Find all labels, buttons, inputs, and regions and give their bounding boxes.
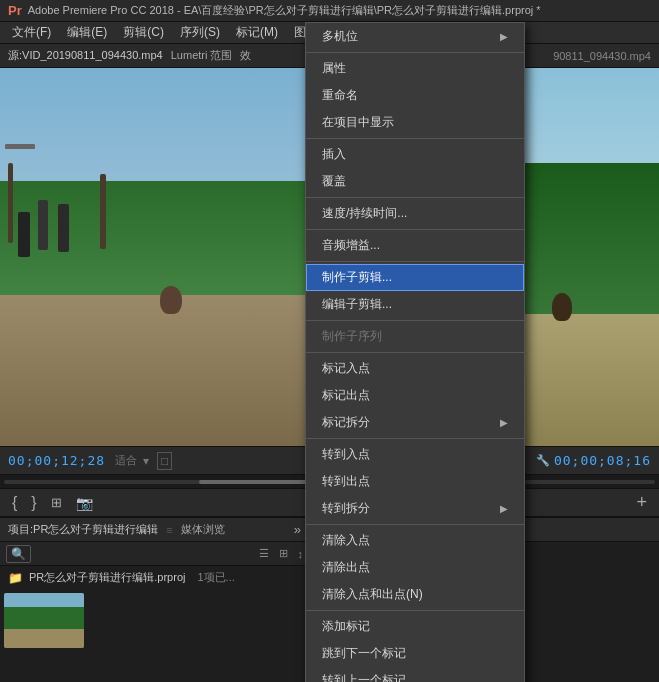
mark-out-btn[interactable]: }: [27, 492, 40, 514]
project-title: 项目:PR怎么对子剪辑进行编辑: [8, 522, 158, 537]
ctx-overwrite[interactable]: 覆盖: [306, 168, 524, 195]
ctx-goto-split[interactable]: 转到拆分 ▶: [306, 495, 524, 522]
submenu-arrow-2: ▶: [500, 417, 508, 428]
project-content: 📁 PR怎么对子剪辑进行编辑.prproj 1项已...: [0, 566, 309, 682]
effect-label[interactable]: 效: [240, 48, 251, 63]
ctx-sep-4: [306, 229, 524, 230]
thumbnail-item[interactable]: [4, 593, 84, 648]
ctx-make-subclip[interactable]: 制作子剪辑...: [306, 264, 524, 291]
add-to-sequence-btn[interactable]: ⊞: [47, 493, 66, 512]
safe-area-btn[interactable]: □: [157, 452, 172, 470]
ctx-mark-in[interactable]: 标记入点: [306, 355, 524, 382]
grid-view-icon[interactable]: ⊞: [279, 547, 288, 560]
wrench-icon[interactable]: 🔧: [536, 454, 550, 467]
ctx-goto-in[interactable]: 转到入点: [306, 441, 524, 468]
program-timecode: 00;00;08;16: [554, 453, 651, 468]
ctx-clear-inout[interactable]: 清除入点和出点(N): [306, 581, 524, 608]
source-monitor-header: 源:VID_20190811_094430.mp4 Lumetri 范围 效: [0, 44, 309, 68]
project-thumbnail-area: [0, 589, 309, 682]
ctx-properties[interactable]: 属性: [306, 55, 524, 82]
ctx-add-marker[interactable]: 添加标记: [306, 613, 524, 640]
camera-icon[interactable]: 📷: [72, 493, 97, 513]
list-view-icon[interactable]: ☰: [259, 547, 269, 560]
media-browser-tab[interactable]: 媒体浏览: [181, 522, 225, 537]
folder-icon: 📁: [8, 571, 23, 585]
adobe-pr-icon: Pr: [8, 3, 22, 18]
submenu-arrow: ▶: [500, 31, 508, 42]
right-source-label: 90811_094430.mp4: [553, 50, 651, 62]
menu-clip[interactable]: 剪辑(C): [115, 22, 172, 43]
context-menu[interactable]: 多机位 ▶ 属性 重命名 在项目中显示 插入 覆盖 速度/持续时间... 音频增…: [305, 22, 525, 682]
ctx-sep-6: [306, 320, 524, 321]
project-panel-toolbar: 🔍 ☰ ⊞ ↕: [0, 542, 309, 566]
ctx-rename[interactable]: 重命名: [306, 82, 524, 109]
ctx-make-subsequence: 制作子序列: [306, 323, 524, 350]
ctx-sep-9: [306, 524, 524, 525]
ctx-insert[interactable]: 插入: [306, 141, 524, 168]
ctx-audio-gain[interactable]: 音频增益...: [306, 232, 524, 259]
menu-edit[interactable]: 编辑(E): [59, 22, 115, 43]
fit-dropdown-icon[interactable]: ▾: [143, 454, 149, 468]
source-video-preview: [0, 68, 309, 446]
project-panel-header: 项目:PR怎么对子剪辑进行编辑 ≡ 媒体浏览 »: [0, 518, 309, 542]
ctx-clear-out[interactable]: 清除出点: [306, 554, 524, 581]
ctx-sep-1: [306, 52, 524, 53]
source-timecode: 00;00;12;28: [8, 453, 105, 468]
search-icon[interactable]: 🔍: [6, 545, 31, 563]
fit-label[interactable]: 适合: [115, 453, 137, 468]
ctx-mark-out[interactable]: 标记出点: [306, 382, 524, 409]
ctx-sep-3: [306, 197, 524, 198]
title-text: Adobe Premiere Pro CC 2018 - EA\百度经验\PR怎…: [28, 3, 541, 18]
ctx-sep-2: [306, 138, 524, 139]
ctx-sep-10: [306, 610, 524, 611]
project-file-row: 📁 PR怎么对子剪辑进行编辑.prproj 1项已...: [0, 566, 309, 589]
source-label: 源:VID_20190811_094430.mp4: [8, 48, 163, 63]
ctx-next-marker[interactable]: 跳到下一个标记: [306, 640, 524, 667]
ctx-clear-in[interactable]: 清除入点: [306, 527, 524, 554]
ctx-sep-7: [306, 352, 524, 353]
plus-btn[interactable]: +: [632, 490, 651, 515]
ctx-show-in-project[interactable]: 在项目中显示: [306, 109, 524, 136]
title-bar: Pr Adobe Premiere Pro CC 2018 - EA\百度经验\…: [0, 0, 659, 22]
mark-in-btn[interactable]: {: [8, 492, 21, 514]
menu-marker[interactable]: 标记(M): [228, 22, 286, 43]
ctx-multitrack[interactable]: 多机位 ▶: [306, 23, 524, 50]
sort-icon[interactable]: ↕: [298, 548, 304, 560]
source-monitor: 源:VID_20190811_094430.mp4 Lumetri 范围 效: [0, 44, 310, 474]
project-filename: PR怎么对子剪辑进行编辑.prproj: [29, 570, 185, 585]
divider: ≡: [166, 524, 172, 536]
ctx-mark-split[interactable]: 标记拆分 ▶: [306, 409, 524, 436]
project-panel: 项目:PR怎么对子剪辑进行编辑 ≡ 媒体浏览 » 🔍 ☰ ⊞ ↕ 📁 PR怎么对…: [0, 518, 310, 682]
ctx-prev-marker[interactable]: 转到上一个标记: [306, 667, 524, 682]
project-count: 1项已...: [197, 570, 234, 585]
ctx-sep-5: [306, 261, 524, 262]
source-monitor-controls: 00;00;12;28 适合 ▾ □: [0, 446, 309, 474]
expand-btn[interactable]: »: [294, 522, 301, 537]
submenu-arrow-3: ▶: [500, 503, 508, 514]
ctx-speed-duration[interactable]: 速度/持续时间...: [306, 200, 524, 227]
menu-file[interactable]: 文件(F): [4, 22, 59, 43]
ctx-sep-8: [306, 438, 524, 439]
ctx-goto-out[interactable]: 转到出点: [306, 468, 524, 495]
lumetri-label[interactable]: Lumetri 范围: [171, 48, 233, 63]
ctx-edit-subclip[interactable]: 编辑子剪辑...: [306, 291, 524, 318]
menu-sequence[interactable]: 序列(S): [172, 22, 228, 43]
